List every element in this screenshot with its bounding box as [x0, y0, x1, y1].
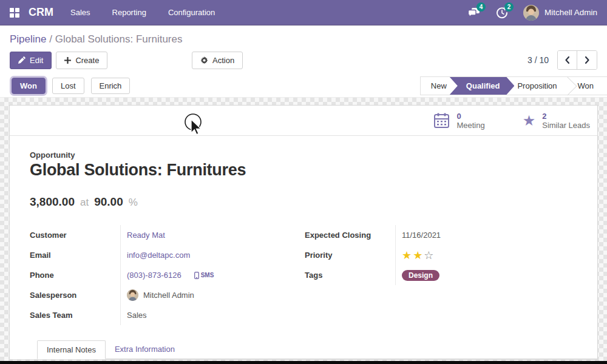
- bottom-black-bar: [0, 361, 607, 364]
- expected-closing-value[interactable]: 11/16/2021: [402, 231, 441, 240]
- pager-previous-button[interactable]: [558, 51, 577, 69]
- star-icon: ★: [523, 113, 536, 128]
- customer-row: Customer Ready Mat: [30, 225, 305, 245]
- sales-team-row: Sales Team Sales: [30, 305, 305, 325]
- pager-value: 3 / 10: [527, 55, 549, 65]
- expected-closing-row: Expected Closing 11/16/2021: [305, 225, 597, 245]
- menu-sales[interactable]: Sales: [70, 8, 90, 17]
- control-panel-buttons: Edit Create Action 3 / 10: [0, 47, 607, 75]
- probability-value: 90.00: [94, 195, 123, 209]
- phone-row: Phone (803)-873-6126 SMS: [30, 265, 305, 285]
- breadcrumb-separator: /: [49, 33, 52, 45]
- chevron-left-icon: [564, 56, 571, 64]
- salesperson-label: Salesperson: [30, 291, 120, 300]
- form-view-background: 0 Meeting ★ 2 Similar Leads Opportunity …: [0, 98, 607, 364]
- pager-buttons: [557, 50, 597, 70]
- similar-leads-label: Similar Leads: [542, 121, 590, 130]
- salesperson-value[interactable]: Mitchell Admin: [143, 291, 194, 300]
- customer-label: Customer: [30, 231, 120, 240]
- stage-qualified[interactable]: Qualified: [450, 77, 515, 95]
- tags-row: Tags Design: [305, 265, 597, 285]
- expected-closing-label: Expected Closing: [305, 231, 395, 240]
- sms-label: SMS: [201, 272, 214, 278]
- stage-new[interactable]: New: [421, 77, 457, 95]
- email-row: Email info@deltapc.com: [30, 245, 305, 265]
- tab-extra-information[interactable]: Extra Information: [106, 340, 184, 359]
- similar-leads-stat-button[interactable]: ★ 2 Similar Leads: [523, 112, 590, 130]
- status-bar: Won Lost Enrich New Qualified Propositio…: [0, 75, 607, 98]
- expected-revenue-value: 3,800.00: [30, 195, 75, 209]
- plus-icon: [64, 57, 71, 64]
- action-button-label: Action: [212, 56, 234, 65]
- edit-button[interactable]: Edit: [10, 52, 52, 69]
- calendar-icon: [433, 112, 450, 129]
- apps-menu-icon[interactable]: [10, 8, 19, 18]
- activities-button[interactable]: 2: [495, 6, 509, 19]
- stat-button-box: 0 Meeting ★ 2 Similar Leads: [10, 106, 597, 136]
- user-name: Mitchell Admin: [544, 8, 597, 17]
- breadcrumb-current: Global Solutions: Furnitures: [55, 33, 183, 45]
- main-menu: Sales Reporting Configuration: [70, 8, 215, 17]
- sales-team-label: Sales Team: [30, 311, 120, 320]
- customer-link[interactable]: Ready Mat: [127, 231, 165, 240]
- stage-pipeline: New Qualified Proposition Won: [420, 76, 607, 95]
- create-button-label: Create: [75, 56, 99, 65]
- edit-button-label: Edit: [30, 56, 43, 65]
- gear-icon: [200, 56, 208, 64]
- phone-link[interactable]: (803)-873-6126: [127, 271, 181, 280]
- menu-configuration[interactable]: Configuration: [168, 8, 215, 17]
- priority-star-filled-icon[interactable]: ★: [413, 250, 422, 261]
- breadcrumb: Pipeline / Global Solutions: Furnitures: [0, 25, 607, 47]
- email-link[interactable]: info@deltapc.com: [127, 251, 190, 260]
- salesperson-row: Salesperson Mitchell Admin: [30, 285, 305, 305]
- breadcrumb-parent[interactable]: Pipeline: [10, 33, 47, 45]
- email-label: Email: [30, 251, 120, 260]
- activities-badge: 2: [504, 2, 514, 12]
- top-navbar: CRM Sales Reporting Configuration 4 2: [0, 0, 607, 25]
- sms-button[interactable]: SMS: [194, 272, 214, 279]
- expected-revenue-row: 3,800.00 at 90.00 %: [30, 195, 597, 209]
- lost-button[interactable]: Lost: [52, 78, 84, 94]
- user-menu[interactable]: Mitchell Admin: [523, 5, 597, 21]
- user-avatar: [523, 5, 539, 21]
- priority-row: Priority ★ ★ ☆: [305, 245, 597, 265]
- app-name[interactable]: CRM: [29, 6, 53, 19]
- chevron-right-icon: [583, 56, 591, 64]
- action-button[interactable]: Action: [192, 52, 243, 69]
- messages-badge: 4: [476, 2, 486, 12]
- priority-label: Priority: [305, 251, 395, 260]
- opportunity-title: Global Solutions: Furnitures: [30, 161, 597, 180]
- field-grid: Customer Ready Mat Email info@deltapc.co…: [30, 225, 597, 325]
- menu-reporting[interactable]: Reporting: [112, 8, 146, 17]
- phone-label: Phone: [30, 271, 120, 280]
- priority-stars: ★ ★ ☆: [402, 250, 433, 261]
- create-button[interactable]: Create: [56, 52, 107, 69]
- mobile-phone-icon: [194, 272, 199, 279]
- stage-proposition[interactable]: Proposition: [507, 77, 567, 95]
- meeting-label: Meeting: [456, 121, 484, 130]
- tab-internal-notes[interactable]: Internal Notes: [37, 340, 106, 359]
- mouse-cursor-indicator: [181, 112, 209, 138]
- priority-star-empty-icon[interactable]: ☆: [424, 250, 433, 261]
- sales-team-value[interactable]: Sales: [127, 311, 147, 320]
- pencil-icon: [18, 56, 25, 64]
- messages-button[interactable]: 4: [467, 6, 481, 19]
- tag-design[interactable]: Design: [402, 270, 439, 281]
- enrich-button[interactable]: Enrich: [91, 78, 131, 94]
- record-type-label: Opportunity: [30, 150, 597, 160]
- record-sheet: 0 Meeting ★ 2 Similar Leads Opportunity …: [9, 105, 598, 360]
- meeting-stat-button[interactable]: 0 Meeting: [433, 112, 484, 130]
- priority-star-filled-icon[interactable]: ★: [402, 250, 412, 261]
- at-label: at: [80, 197, 89, 209]
- notebook-tabs: Internal Notes Extra Information: [37, 340, 597, 359]
- meeting-count: 0: [456, 112, 484, 121]
- tags-label: Tags: [305, 271, 395, 280]
- won-button[interactable]: Won: [12, 78, 46, 94]
- similar-leads-count: 2: [542, 112, 590, 121]
- percent-sign: %: [129, 197, 138, 209]
- salesperson-avatar: [127, 289, 138, 301]
- pager-next-button[interactable]: [577, 51, 597, 69]
